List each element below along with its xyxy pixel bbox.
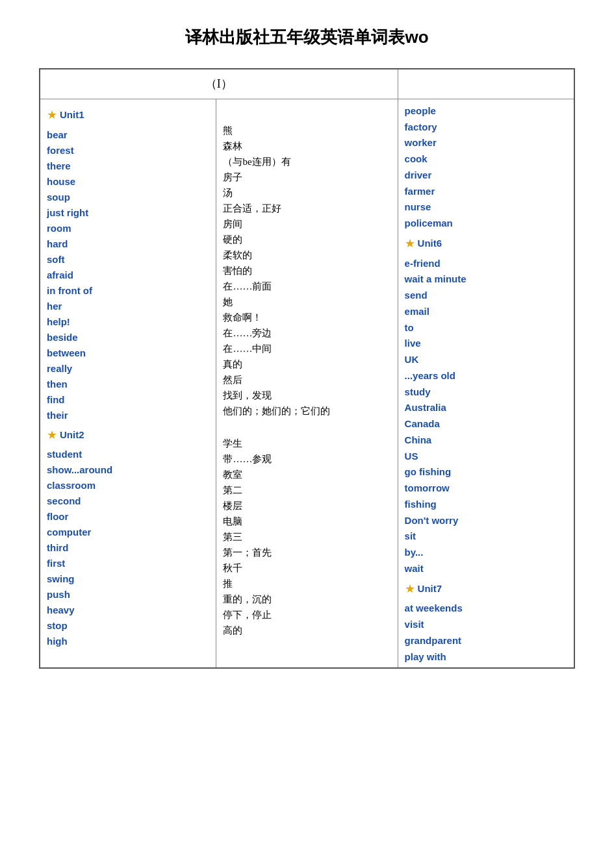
word-her: her	[47, 299, 209, 314]
rword-farmer: farmer	[405, 184, 567, 200]
rword-cook: cook	[405, 151, 567, 167]
rword-go-fishing: go fishing	[405, 464, 567, 480]
word-swing: swing	[47, 571, 209, 587]
word-in-front-of: in front of	[47, 283, 209, 299]
rword-policeman: policeman	[405, 216, 567, 232]
rword-driver: driver	[405, 167, 567, 184]
table-body-row: ★ Unit1 bear forest there house soup jus…	[40, 99, 574, 667]
unit7-header: ★ Unit7	[405, 577, 567, 601]
rword-live: live	[405, 336, 567, 352]
word-stop: stop	[47, 618, 209, 634]
cn-forest: 森林	[223, 138, 390, 154]
word-there: there	[47, 158, 209, 174]
rword-people: people	[405, 103, 567, 119]
unit2-header: ★ Unit2	[47, 423, 209, 447]
cn-show-around: 带……参观	[223, 451, 390, 467]
unit1-star: ★	[47, 106, 57, 125]
unit2-label: Unit2	[60, 427, 84, 443]
rword-uk: UK	[405, 352, 567, 368]
rword-dont-worry: Don't worry	[405, 513, 567, 529]
word-heavy: heavy	[47, 602, 209, 618]
word-their: their	[47, 408, 209, 423]
cn-second: 第二	[223, 482, 390, 498]
table-header: （I）	[40, 69, 574, 99]
word-house: house	[47, 174, 209, 190]
rword-wait: wait	[405, 561, 567, 577]
cn-stop: 停下，停止	[223, 607, 390, 623]
unit1-header: ★ Unit1	[47, 103, 209, 127]
right-words-cell: people factory worker cook driver farmer…	[398, 99, 574, 667]
word-find: find	[47, 392, 209, 408]
cn-their: 他们的；她们的；它们的	[223, 403, 390, 419]
rword-nurse: nurse	[405, 199, 567, 216]
word-first: first	[47, 556, 209, 571]
header-cell-right	[398, 69, 574, 99]
word-between: between	[47, 345, 209, 361]
cn-third: 第三	[223, 529, 390, 545]
vocabulary-table: （I） ★ Unit1 bear forest there house soup…	[39, 68, 575, 669]
cn-afraid: 害怕的	[223, 263, 390, 279]
rword-to: to	[405, 320, 567, 336]
header-cell-left: （I）	[40, 69, 398, 99]
cn-swing: 秋千	[223, 560, 390, 576]
cn-heavy: 重的，沉的	[223, 591, 390, 607]
cn-in-front-of: 在……前面	[223, 279, 390, 294]
rword-us: US	[405, 449, 567, 465]
cn-find: 找到，发现	[223, 388, 390, 403]
rword-email: email	[405, 304, 567, 320]
unit2-spacer	[223, 419, 390, 436]
left-words-cell: ★ Unit1 bear forest there house soup jus…	[40, 99, 216, 667]
word-push: push	[47, 587, 209, 602]
cn-really: 真的	[223, 356, 390, 372]
cn-then: 然后	[223, 372, 390, 388]
word-soft: soft	[47, 252, 209, 267]
rword-worker: worker	[405, 135, 567, 151]
cn-soup: 汤	[223, 185, 390, 201]
word-beside: beside	[47, 330, 209, 345]
cn-there: （与be连用）有	[223, 154, 390, 169]
cn-between: 在……中间	[223, 341, 390, 356]
word-hard: hard	[47, 236, 209, 252]
word-floor: floor	[47, 509, 209, 525]
word-room: room	[47, 221, 209, 236]
word-classroom: classroom	[47, 478, 209, 493]
rword-china: China	[405, 432, 567, 449]
rword-efriend: e-friend	[405, 256, 567, 272]
cn-just-right: 正合适，正好	[223, 201, 390, 216]
unit7-label: Unit7	[418, 581, 442, 597]
rword-sit: sit	[405, 528, 567, 545]
rword-years-old: ...years old	[405, 368, 567, 384]
word-afraid: afraid	[47, 267, 209, 283]
cn-bear: 熊	[223, 123, 390, 138]
word-bear: bear	[47, 127, 209, 143]
cn-high: 高的	[223, 623, 390, 638]
cn-classroom: 教室	[223, 467, 390, 482]
page-title: 译林出版社五年级英语单词表wo	[39, 26, 575, 49]
cn-push: 推	[223, 576, 390, 591]
rword-australia: Australia	[405, 400, 567, 416]
rword-factory: factory	[405, 119, 567, 136]
unit6-star: ★	[405, 234, 415, 253]
rword-tomorrow: tomorrow	[405, 480, 567, 497]
unit7-star: ★	[405, 580, 415, 599]
rword-canada: Canada	[405, 416, 567, 432]
word-student: student	[47, 447, 209, 462]
cn-hard: 硬的	[223, 232, 390, 247]
rword-fishing: fishing	[405, 497, 567, 513]
rword-by: by...	[405, 545, 567, 561]
cn-house: 房子	[223, 169, 390, 185]
word-second: second	[47, 493, 209, 509]
rword-play-with: play with	[405, 649, 567, 665]
word-computer: computer	[47, 525, 209, 540]
word-forest: forest	[47, 143, 209, 158]
unit6-label: Unit6	[418, 236, 442, 251]
word-soup: soup	[47, 190, 209, 205]
word-then: then	[47, 377, 209, 392]
word-third: third	[47, 540, 209, 556]
unit6-header: ★ Unit6	[405, 232, 567, 256]
word-really: really	[47, 361, 209, 377]
word-just-right: just right	[47, 205, 209, 221]
cn-her: 她	[223, 294, 390, 310]
word-help: help!	[47, 314, 209, 330]
rword-wait-a-minute: wait a minute	[405, 271, 567, 288]
